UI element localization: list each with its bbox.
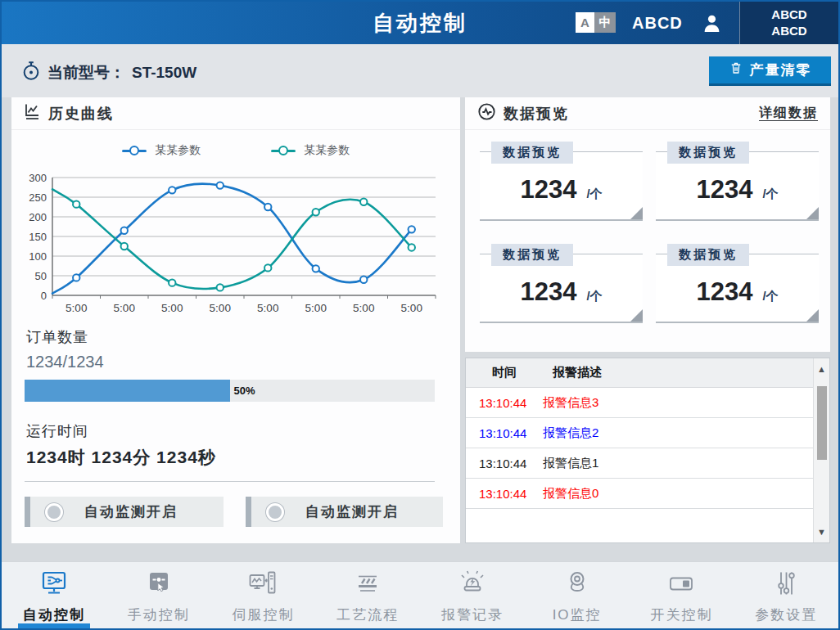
auto-control-icon (39, 569, 69, 601)
account-name: ABCD (632, 2, 683, 44)
nav-label: 自动控制 (23, 605, 85, 624)
svg-text:50: 50 (35, 270, 47, 282)
pulse-icon (477, 102, 496, 125)
alarm-desc: 报警信息1 (543, 456, 598, 471)
history-panel: 历史曲线 某某参数 某某参数 0501001502002503005:005:0… (11, 97, 460, 543)
nav-label: 报警记录 (441, 605, 504, 624)
card-value: 1234 (520, 175, 576, 204)
corner-fold-icon (806, 207, 819, 219)
title-bar: 自动控制 A 中 ABCD ABCD ABCD (2, 2, 838, 44)
legend-item-series2[interactable]: 某某参数 (271, 143, 350, 158)
nav-item-process-flow[interactable]: 工艺流程 (315, 562, 420, 628)
switch-control-icon (666, 569, 696, 601)
active-tab-indicator (18, 623, 90, 628)
auto-monitor-button-2[interactable]: 自动监测开启 (246, 497, 443, 527)
corner-fold-icon (630, 309, 643, 322)
manual-control-icon (144, 569, 174, 601)
corner-brand: ABCD ABCD (739, 2, 838, 44)
param-settings-icon (771, 569, 801, 601)
svg-text:300: 300 (29, 172, 47, 184)
svg-text:200: 200 (29, 211, 47, 223)
nav-item-servo-control[interactable]: 伺服控制 (211, 562, 316, 628)
hmi-screen: 自动控制 A 中 ABCD ABCD ABCD 当前型号： ST-150W 产量… (0, 0, 840, 630)
card-value: 1234 (696, 277, 752, 306)
bottom-nav: 自动控制 手动控制 伺服控制 工艺流程 报警记录 (2, 561, 838, 628)
scrollbar-thumb[interactable] (817, 386, 827, 460)
card-unit: /个 (586, 187, 602, 200)
svg-text:5:00: 5:00 (353, 302, 374, 314)
auto-monitor-label-2: 自动监测开启 (305, 502, 399, 521)
card-value: 1234 (696, 175, 752, 204)
preview-panel-header: 数据预览 详细数据 (465, 97, 830, 130)
card-label: 数据预览 (491, 244, 573, 266)
language-toggle[interactable]: A 中 (576, 12, 616, 33)
alarm-desc: 报警信息0 (543, 486, 598, 502)
nav-item-manual-control[interactable]: 手动控制 (106, 562, 211, 628)
language-option-zh[interactable]: 中 (594, 12, 616, 33)
svg-text:5:00: 5:00 (257, 302, 278, 314)
nav-item-auto-control[interactable]: 自动控制 (2, 562, 106, 628)
legend-item-series1[interactable]: 某某参数 (122, 143, 201, 158)
nav-item-switch-control[interactable]: 开关控制 (630, 562, 734, 628)
chart-legend: 某某参数 某某参数 (11, 143, 460, 158)
auto-monitor-label-1: 自动监测开启 (84, 502, 178, 521)
model-label: 当前型号： (47, 62, 125, 83)
nav-item-param-settings[interactable]: 参数设置 (734, 562, 838, 628)
alarm-table-header: 时间 报警描述 (466, 358, 813, 388)
legend-marker-series2 (271, 146, 296, 155)
alarm-table: 时间 报警描述 13:10:44 报警信息3 13:10:44 报警信息2 13… (465, 358, 830, 543)
user-icon[interactable] (702, 14, 722, 36)
preview-panel-title: 数据预览 (504, 104, 569, 124)
preview-card: 数据预览 1234/个 (656, 254, 819, 323)
nav-label: IO监控 (553, 605, 602, 624)
svg-text:150: 150 (29, 231, 47, 243)
preview-card: 数据预览 1234/个 (656, 151, 819, 221)
runtime-value: 1234时 1234分 1234秒 (26, 446, 216, 469)
card-label: 数据预览 (667, 244, 749, 266)
table-row[interactable]: 13:10:44 报警信息3 (466, 388, 813, 418)
svg-text:5:00: 5:00 (305, 302, 327, 314)
svg-text:5:00: 5:00 (161, 302, 183, 314)
card-unit: /个 (762, 187, 778, 200)
clear-output-button[interactable]: 产量清零 (709, 56, 831, 86)
order-quantity-title: 订单数量 (26, 327, 88, 347)
history-line-chart: 0501001502002503005:005:005:005:005:005:… (16, 169, 440, 320)
corner-line1: ABCD (771, 7, 806, 23)
progress-label: 50% (230, 380, 255, 402)
scrollbar[interactable]: ▲︎ ▼︎ (813, 358, 829, 542)
legend-marker-series1 (122, 146, 147, 155)
progress-fill (25, 380, 230, 402)
nav-label: 参数设置 (755, 605, 817, 624)
card-label: 数据预览 (667, 142, 749, 164)
nav-item-alarm-record[interactable]: 报警记录 (420, 562, 525, 628)
section-divider (25, 481, 435, 482)
detail-data-link[interactable]: 详细数据 (759, 105, 818, 122)
scroll-down-icon[interactable]: ▼︎ (814, 524, 829, 539)
legend-label-series1: 某某参数 (155, 143, 201, 158)
chart-icon (24, 102, 41, 124)
io-monitor-icon (562, 569, 592, 601)
alarm-col-time: 时间 (492, 365, 517, 380)
table-row[interactable]: 13:10:44 报警信息2 (466, 418, 813, 448)
nav-label: 手动控制 (128, 605, 190, 624)
nav-label: 伺服控制 (232, 605, 294, 624)
corner-fold-icon (806, 309, 819, 322)
svg-text:250: 250 (29, 191, 47, 204)
legend-label-series2: 某某参数 (304, 143, 350, 158)
clear-output-label: 产量清零 (750, 61, 812, 79)
nav-label: 开关控制 (650, 605, 712, 624)
language-option-en[interactable]: A (576, 12, 594, 33)
svg-text:5:00: 5:00 (401, 302, 422, 314)
nav-item-io-monitor[interactable]: IO监控 (525, 562, 630, 628)
nav-label: 工艺流程 (336, 605, 399, 624)
preview-card: 数据预览 1234/个 (480, 151, 643, 221)
radio-indicator-icon (266, 503, 284, 521)
table-row[interactable]: 13:10:44 报警信息1 (466, 448, 813, 479)
history-panel-title: 历史曲线 (48, 104, 114, 124)
card-label: 数据预览 (491, 142, 573, 164)
auto-monitor-button-1[interactable]: 自动监测开启 (25, 497, 224, 527)
order-progress-bar: 50% (25, 380, 435, 402)
table-row[interactable]: 13:10:44 报警信息0 (466, 479, 813, 509)
scroll-up-icon[interactable]: ▲︎ (814, 362, 829, 376)
svg-text:5:00: 5:00 (114, 302, 135, 314)
